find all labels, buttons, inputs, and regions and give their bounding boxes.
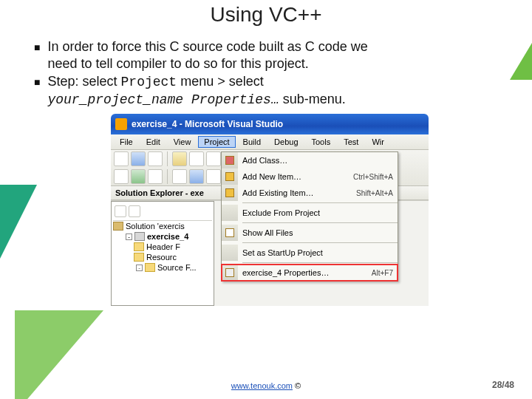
toolbar-button[interactable] <box>114 151 129 166</box>
footer: www.tenouk.com © <box>0 381 532 390</box>
bullet-icon: ■ <box>34 41 40 72</box>
vs-window: exercise_4 - Microsoft Visual Studio Fil… <box>111 114 429 306</box>
tree-project[interactable]: - exercise_4 <box>123 231 212 242</box>
bullet-text: Step: select <box>47 74 120 89</box>
blank-icon <box>222 245 238 261</box>
project-icon <box>134 232 145 241</box>
menu-project[interactable]: Project <box>198 136 235 148</box>
menu-item-startup[interactable]: Set as StartUp Project <box>222 245 398 261</box>
shortcut: Shift+Alt+A <box>356 189 393 197</box>
toolbar-button[interactable] <box>148 151 163 166</box>
menu-file[interactable]: File <box>114 136 139 148</box>
menu-item-add-class[interactable]: Add Class… <box>222 152 398 168</box>
titlebar: exercise_4 - Microsoft Visual Studio <box>111 114 429 134</box>
bullet-text: need to tell compiler to do so for this … <box>47 56 308 71</box>
menu-item-show-all[interactable]: Show All Files <box>222 225 398 241</box>
toolbar-button[interactable] <box>189 151 204 166</box>
menu-edit[interactable]: Edit <box>140 136 166 148</box>
menu-debug[interactable]: Debug <box>268 136 304 148</box>
shortcut: Ctrl+Shift+A <box>353 173 393 181</box>
properties-icon <box>222 265 238 281</box>
menu-build[interactable]: Build <box>237 136 267 148</box>
menu-separator <box>242 262 398 263</box>
bullet-list: ■ In order to force this C source code b… <box>34 38 502 108</box>
tree-folder-resource[interactable]: Resourc <box>134 252 212 262</box>
menu-more[interactable]: Wir <box>366 136 390 148</box>
toolbar-button[interactable] <box>172 169 187 184</box>
bullet-code: your_project_name Properties… <box>47 92 279 107</box>
folder-icon <box>145 263 155 272</box>
tree-solution[interactable]: Solution 'exercis <box>113 221 212 231</box>
toolbar-button[interactable] <box>131 151 146 166</box>
tree-label: Resourc <box>146 253 177 262</box>
collapse-icon[interactable]: - <box>136 265 143 271</box>
tree-label: exercise_4 <box>147 232 188 241</box>
menu-item-add-new[interactable]: Add New Item… Ctrl+Shift+A <box>222 168 398 185</box>
window-title: exercise_4 - Microsoft Visual Studio <box>132 119 283 129</box>
toolbar-sep <box>167 151 168 166</box>
folder-icon <box>134 253 144 262</box>
toolbar-button[interactable] <box>129 205 140 217</box>
class-icon <box>222 152 238 168</box>
tree-label: Source F... <box>157 263 197 272</box>
folder-icon <box>134 242 144 251</box>
vs-logo-icon <box>115 118 127 130</box>
toolbar-button[interactable] <box>148 169 163 184</box>
bullet-text: sub-menu. <box>279 92 346 106</box>
menubar: File Edit View Project Build Debug Tools… <box>111 134 429 150</box>
bullet-text: menu > select <box>177 74 264 89</box>
tree-folder-source[interactable]: - Source F... <box>134 262 212 273</box>
page-number: 28/48 <box>492 380 514 390</box>
toolbar-button[interactable] <box>131 169 146 184</box>
collapse-icon[interactable]: - <box>126 233 132 240</box>
decor-leaf <box>0 185 37 318</box>
menu-view[interactable]: View <box>168 136 197 148</box>
bullet-text: In order to force this C source code bui… <box>47 39 367 54</box>
solution-icon <box>113 222 123 231</box>
menu-separator <box>242 242 398 243</box>
toolbar-button[interactable] <box>114 169 129 184</box>
bullet-icon: ■ <box>34 76 40 108</box>
menu-tools[interactable]: Tools <box>306 136 337 148</box>
menu-separator <box>242 202 398 203</box>
tree-folder-header[interactable]: Header F <box>134 242 212 252</box>
toolbar-sep <box>167 169 168 184</box>
toolbar-button[interactable] <box>189 169 204 184</box>
toolbar-button[interactable] <box>172 151 187 166</box>
slide-title: Using VC++ <box>0 3 532 27</box>
new-item-icon <box>222 168 238 185</box>
menu-item-exclude[interactable]: Exclude From Project <box>222 205 398 221</box>
tree-label: Header F <box>146 242 180 251</box>
toolbar-button[interactable] <box>206 169 221 184</box>
tree-label: Solution 'exercis <box>126 222 185 231</box>
footer-copy: © <box>293 381 301 390</box>
footer-link[interactable]: www.tenouk.com <box>231 381 293 390</box>
toolbar-button[interactable] <box>206 151 221 166</box>
menu-test[interactable]: Test <box>338 136 364 148</box>
menu-separator <box>242 222 398 223</box>
solution-explorer: Solution 'exercis - exercise_4 Header F … <box>111 201 214 306</box>
shortcut: Alt+F7 <box>372 269 393 277</box>
menu-item-properties[interactable]: exercise_4 Properties… Alt+F7 <box>222 265 398 281</box>
existing-item-icon <box>222 185 238 201</box>
show-all-icon <box>222 225 238 241</box>
blank-icon <box>222 205 238 221</box>
project-menu-dropdown: Add Class… Add New Item… Ctrl+Shift+A Ad… <box>221 151 398 282</box>
decor-leaf <box>510 6 532 80</box>
menu-item-add-existing[interactable]: Add Existing Item… Shift+Alt+A <box>222 185 398 201</box>
bullet-code: Project <box>121 75 177 89</box>
toolbar-button[interactable] <box>115 205 126 217</box>
